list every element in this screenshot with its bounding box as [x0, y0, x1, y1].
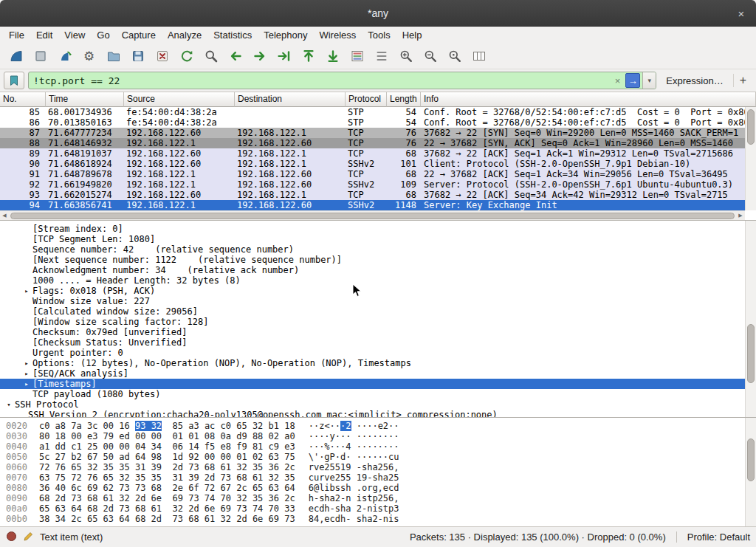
menu-tools[interactable]: Tools [362, 27, 396, 43]
packet-row[interactable]: 9371.662015274192.168.122.60192.168.122.… [0, 190, 745, 200]
detail-line[interactable]: Acknowledgment number: 34 (relative ack … [0, 265, 756, 275]
hex-row[interactable]: 003080 18 00 e3 79 ed 00 00 01 01 08 0a … [6, 431, 756, 441]
hscroll-right-arrow-icon[interactable]: ▶ [736, 213, 745, 219]
save-file-icon[interactable] [126, 46, 149, 66]
expert-info-icon[interactable] [6, 531, 17, 544]
go-last-packet-icon[interactable] [321, 46, 344, 66]
details-vscrollbar-thumb[interactable] [747, 324, 755, 383]
packet-row-selected[interactable]: 9471.663856741192.168.122.1192.168.122.6… [0, 200, 745, 210]
start-capture-icon[interactable] [4, 46, 27, 66]
hex-vscrollbar-thumb[interactable] [747, 438, 755, 481]
column-header-length[interactable]: Length [387, 92, 421, 107]
expression-button[interactable]: Expression… [660, 75, 729, 86]
status-profile[interactable]: Profile: Default [676, 531, 750, 543]
filter-bookmark-icon[interactable] [4, 72, 24, 89]
menu-view[interactable]: View [58, 27, 91, 43]
packet-row[interactable]: 8568.001734936fe:54:00:d4:38:2aSTP54Conf… [0, 107, 745, 117]
hscroll-left-arrow-icon[interactable]: ◀ [0, 213, 9, 219]
detail-line[interactable]: [Stream index: 0] [0, 224, 756, 234]
packet-list-vscrollbar[interactable] [745, 107, 756, 210]
find-packet-magnifier-icon[interactable] [199, 46, 222, 66]
menu-file[interactable]: File [3, 27, 30, 43]
column-header-info[interactable]: Info [421, 92, 756, 107]
packet-row[interactable]: 8971.648191037192.168.122.60192.168.122.… [0, 148, 745, 159]
colorize-packet-list-icon[interactable] [346, 46, 368, 66]
menu-analyze[interactable]: Analyze [162, 27, 207, 43]
capture-comment-pencil-icon[interactable] [23, 531, 34, 544]
hex-row[interactable]: 006072 76 65 32 35 35 31 39 2d 73 68 61 … [6, 462, 756, 472]
go-to-packet-icon[interactable] [272, 46, 295, 66]
auto-scroll-icon[interactable] [370, 46, 393, 66]
menu-help[interactable]: Help [396, 27, 428, 43]
detail-line[interactable]: [Calculated window size: 29056] [0, 306, 756, 317]
packet-row[interactable]: 8771.647777234192.168.122.60192.168.122.… [0, 128, 745, 138]
detail-line[interactable]: SSH Version 2 (encryption:chacha20-poly1… [0, 410, 756, 417]
detail-line-selected[interactable]: ▸[Timestamps] [0, 379, 756, 389]
filter-apply-icon[interactable]: → [625, 73, 640, 88]
zoom-in-icon[interactable] [394, 46, 417, 66]
hex-row-selected[interactable]: 0020c0 a8 7a 3c 00 16 93 32 85 a3 ac c0 … [6, 421, 756, 431]
hex-row[interactable]: 00b038 34 2c 65 63 64 68 2d 73 68 61 32 … [6, 514, 756, 524]
detail-line[interactable]: ▸Flags: 0x018 (PSH, ACK) [0, 286, 756, 296]
menu-statistics[interactable]: Statistics [207, 27, 258, 43]
title-bar[interactable]: *any × [0, 0, 756, 27]
detail-line[interactable]: Checksum: 0x79ed [unverified] [0, 327, 756, 337]
details-vscrollbar[interactable] [745, 221, 756, 417]
menu-go[interactable]: Go [91, 27, 115, 43]
hex-row[interactable]: 00a065 63 64 68 2d 73 68 61 32 2d 6e 69 … [6, 503, 756, 514]
packet-list-vscrollbar-thumb[interactable] [747, 109, 755, 145]
hex-row[interactable]: 0040a1 dd c1 25 00 00 04 34 06 14 f5 e8 … [6, 441, 756, 452]
hex-row[interactable]: 009068 2d 73 68 61 32 2d 6e 69 73 74 70 … [6, 493, 756, 503]
go-forward-icon[interactable] [248, 46, 271, 66]
detail-line[interactable]: ▾SSH Protocol [0, 399, 756, 410]
close-icon[interactable]: × [734, 6, 749, 21]
close-file-icon[interactable] [151, 46, 173, 66]
column-header-destination[interactable]: Destination [235, 92, 346, 107]
column-header-no[interactable]: No. [0, 92, 46, 107]
menu-edit[interactable]: Edit [30, 27, 58, 43]
menu-telephony[interactable]: Telephony [258, 27, 313, 43]
detail-line[interactable]: ▸[SEQ/ACK analysis] [0, 368, 756, 379]
restart-capture-icon[interactable] [53, 46, 76, 66]
resize-columns-icon[interactable] [467, 46, 490, 66]
detail-line[interactable]: Urgent pointer: 0 [0, 348, 756, 358]
zoom-reset-icon[interactable] [443, 46, 466, 66]
detail-line[interactable]: [Checksum Status: Unverified] [0, 337, 756, 348]
reload-file-icon[interactable] [175, 46, 198, 66]
stop-capture-icon[interactable] [29, 46, 52, 66]
detail-line[interactable]: 1000 .... = Header Length: 32 bytes (8) [0, 275, 756, 286]
menu-capture[interactable]: Capture [116, 27, 162, 43]
hex-row[interactable]: 008036 40 6c 69 62 73 73 68 2e 6f 72 67 … [6, 483, 756, 493]
packet-row[interactable]: 9271.661949820192.168.122.1192.168.122.6… [0, 179, 745, 190]
packet-list-hscrollbar[interactable]: ◀ ▶ [0, 210, 745, 220]
detail-line[interactable]: TCP payload (1080 bytes) [0, 389, 756, 399]
filter-clear-icon[interactable]: × [610, 75, 626, 86]
detail-line[interactable]: Window size value: 227 [0, 296, 756, 306]
detail-line[interactable]: [Next sequence number: 1122 (relative se… [0, 255, 756, 265]
menu-wireless[interactable]: Wireless [313, 27, 362, 43]
go-back-icon[interactable] [224, 46, 247, 66]
display-filter-field[interactable]: × → ▾ [28, 72, 656, 89]
hex-row[interactable]: 00505c 27 b2 67 50 ad 64 98 1d 92 00 00 … [6, 452, 756, 462]
packet-row[interactable]: 8871.648146932192.168.122.1192.168.122.6… [0, 138, 745, 148]
packet-row[interactable]: 9171.648789678192.168.122.1192.168.122.6… [0, 169, 745, 179]
display-filter-input[interactable] [29, 75, 610, 86]
filter-add-button[interactable]: + [733, 74, 752, 87]
capture-options-gear-icon[interactable]: ⚙ [78, 46, 100, 66]
filter-dropdown-icon[interactable]: ▾ [642, 72, 656, 89]
column-header-time[interactable]: Time [46, 92, 124, 107]
zoom-out-icon[interactable] [419, 46, 441, 66]
open-file-folder-icon[interactable] [102, 46, 125, 66]
detail-line[interactable]: Sequence number: 42 (relative sequence n… [0, 244, 756, 255]
column-header-source[interactable]: Source [124, 92, 235, 107]
detail-line[interactable]: [TCP Segment Len: 1080] [0, 234, 756, 244]
hex-row[interactable]: 007063 75 72 76 65 32 35 35 31 39 2d 73 … [6, 472, 756, 483]
hex-vscrollbar[interactable] [745, 418, 756, 526]
detail-line[interactable]: ▸Options: (12 bytes), No-Operation (NOP)… [0, 358, 756, 368]
packet-row[interactable]: 9071.648618924192.168.122.60192.168.122.… [0, 159, 745, 169]
column-header-protocol[interactable]: Protocol [346, 92, 387, 107]
detail-line[interactable]: [Window size scaling factor: 128] [0, 317, 756, 327]
packet-row[interactable]: 8670.013850163fe:54:00:d4:38:2aSTP54Conf… [0, 117, 745, 128]
hscroll-thumb[interactable] [10, 213, 735, 219]
go-first-packet-icon[interactable] [297, 46, 320, 66]
